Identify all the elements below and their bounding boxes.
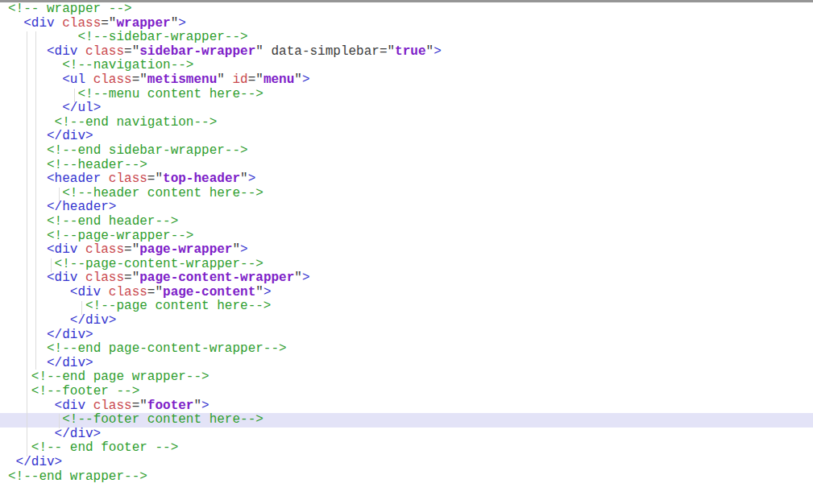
- code-token-t: </div>: [70, 313, 117, 328]
- code-line: <!--sidebar-wrapper-->: [0, 31, 813, 45]
- indent-spaces: [8, 341, 47, 356]
- indent-spaces: [8, 271, 47, 285]
- top-border: [0, 0, 813, 2]
- code-line: <!--header-->: [0, 159, 813, 173]
- indent-spaces: [8, 313, 70, 328]
- code-token-t: </div>: [16, 455, 63, 469]
- code-token-t: </div>: [55, 427, 102, 441]
- code-line: <ul class="metismenu" id="menu">: [0, 73, 813, 88]
- code-token-p: =": [101, 16, 116, 31]
- code-token-p: ": [217, 72, 232, 87]
- code-token-c: <!--end header-->: [47, 214, 178, 229]
- code-token-c: <!--end navigation-->: [55, 115, 218, 130]
- code-line: <div class="sidebar-wrapper" data-simple…: [0, 45, 813, 60]
- code-token-a: class: [93, 72, 132, 87]
- code-token-t: <div: [47, 271, 77, 285]
- indent-spaces: [8, 285, 70, 300]
- code-token-a: class: [85, 44, 124, 59]
- code-token-p: =": [147, 285, 163, 300]
- indent-spaces: [8, 171, 47, 186]
- code-token-p: ": [255, 285, 263, 300]
- indent-spaces: [8, 229, 47, 243]
- code-line: <!--page-wrapper-->: [0, 229, 813, 244]
- indent-guide: [74, 89, 75, 103]
- code-token-a: id: [232, 72, 247, 87]
- code-token-v: wrapper: [116, 16, 170, 31]
- indent-spaces: [8, 143, 47, 158]
- code-line: <header class="top-header">: [0, 172, 813, 187]
- code-token-t: >: [178, 16, 186, 31]
- indent-guide: [59, 188, 60, 202]
- code-line: <!--end page wrapper-->: [0, 370, 813, 385]
- code-token-t: >: [302, 271, 310, 285]
- code-token-p: =": [124, 271, 139, 285]
- indent-spaces: [8, 412, 62, 427]
- indent-spaces: [8, 356, 47, 370]
- code-token-p: =": [248, 72, 263, 87]
- code-line: <div class="footer">: [0, 399, 813, 414]
- code-token-t: >: [240, 242, 248, 257]
- code-token-t: >: [433, 44, 442, 59]
- code-token-p: ": [255, 44, 271, 59]
- code-line: <!--end navigation-->: [0, 116, 813, 130]
- code-token-p: ": [426, 44, 434, 59]
- code-line: </ul>: [0, 101, 813, 116]
- code-token-p: =": [124, 242, 139, 257]
- code-token-c: <!--sidebar-wrapper-->: [77, 30, 247, 44]
- code-token-p: [77, 271, 85, 285]
- code-token-c: <!--menu content here-->: [77, 87, 263, 101]
- code-token-a: class: [85, 271, 124, 285]
- code-token-p: [85, 399, 93, 413]
- indent-spaces: [8, 440, 31, 455]
- code-token-t: >: [302, 72, 310, 87]
- code-line: <div class="page-content-wrapper">: [0, 271, 813, 286]
- code-token-v: footer: [147, 399, 194, 413]
- indent-spaces: [8, 328, 47, 342]
- code-token-v: metismenu: [147, 72, 217, 87]
- code-token-a: class: [109, 285, 147, 300]
- indent-spaces: [8, 30, 77, 44]
- code-line: <!--header content here-->: [0, 187, 813, 201]
- code-line: <div class="page-wrapper">: [0, 243, 813, 258]
- indent-spaces: [8, 242, 47, 257]
- code-token-c: <!--footer -->: [31, 384, 139, 399]
- code-line: </div>: [0, 328, 813, 343]
- code-token-p: [77, 242, 85, 257]
- indent-spaces: [8, 384, 31, 399]
- indent-spaces: [8, 399, 55, 413]
- indent-spaces: [8, 158, 47, 172]
- code-token-p: [55, 16, 63, 31]
- code-token-p: =": [124, 44, 139, 59]
- code-line: </div>: [0, 357, 813, 371]
- code-token-c: <!--end wrapper-->: [8, 469, 147, 484]
- code-line: <!-- end footer -->: [0, 441, 813, 456]
- code-line: <!--page content here-->: [0, 300, 813, 314]
- code-token-v: menu: [263, 72, 294, 87]
- indent-spaces: [8, 16, 23, 31]
- code-line: <!--footer -->: [0, 385, 813, 399]
- indent-spaces: [8, 427, 55, 441]
- code-token-v: true: [395, 44, 425, 59]
- indent-spaces: [8, 129, 47, 143]
- code-token-d: data-simplebar: [271, 44, 379, 59]
- indent-spaces: [8, 370, 31, 384]
- code-token-t: >: [201, 399, 209, 413]
- code-editor-area[interactable]: <!-- wrapper --> <div class="wrapper"> <…: [0, 2, 813, 484]
- code-line: </div>: [0, 314, 813, 328]
- code-token-c: <!--page-content-wrapper-->: [55, 257, 263, 271]
- code-token-t: >: [248, 171, 256, 186]
- code-token-c: <!--header content here-->: [62, 186, 263, 200]
- code-token-c: <!-- end footer -->: [31, 440, 178, 455]
- code-line: <div class="page-content">: [0, 286, 813, 300]
- code-token-t: </div>: [47, 328, 93, 342]
- code-token-p: ": [294, 271, 302, 285]
- code-token-t: <ul: [62, 72, 85, 87]
- code-line: <!-- wrapper -->: [0, 2, 813, 17]
- code-line: <!--end header-->: [0, 215, 813, 229]
- code-token-t: </div>: [47, 129, 93, 143]
- code-token-t: <div: [55, 399, 85, 413]
- code-token-v: page-content-wrapper: [139, 271, 294, 285]
- code-token-p: ": [232, 242, 240, 257]
- code-line: </div>: [0, 456, 813, 470]
- code-token-c: <!--end page-content-wrapper-->: [47, 341, 287, 356]
